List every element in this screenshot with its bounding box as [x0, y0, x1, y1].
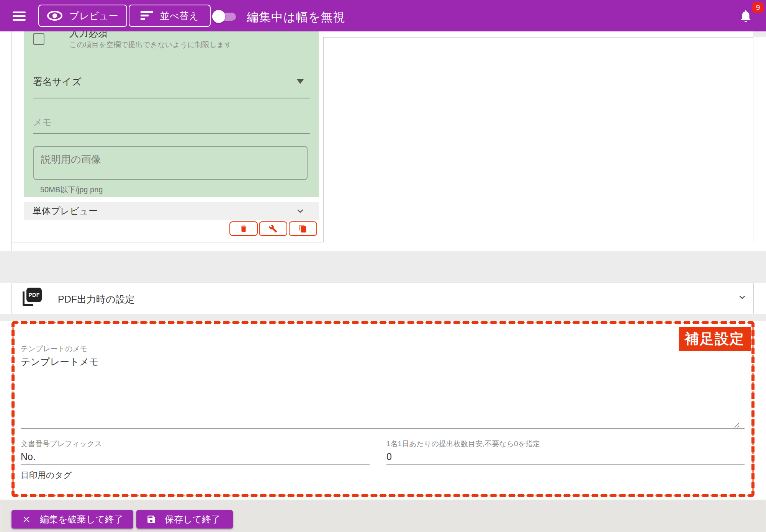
memo-input[interactable]: メモ [33, 116, 52, 128]
save-and-exit-button[interactable]: 保存して終了 [136, 510, 233, 529]
sort-button[interactable]: 並べ替え [129, 5, 211, 27]
duplicate-field-button[interactable] [289, 221, 317, 236]
menu-icon[interactable] [13, 11, 26, 21]
sort-label: 並べ替え [160, 10, 198, 22]
image-hint: 50MB以下/jpg png [40, 185, 103, 195]
underline [21, 428, 745, 429]
signature-size-select[interactable]: 署名サイズ [24, 74, 319, 100]
divider [12, 242, 323, 242]
preview-pane [323, 37, 753, 242]
template-editor-page: 入力必須 この項目を空欄で提出できないように制限します 署名サイズ メモ 説明用… [0, 0, 766, 532]
wrench-icon [269, 224, 277, 233]
single-preview-label: 単体プレビュー [33, 205, 98, 217]
daily-quota-label: 1名1日あたりの提出枚数目安,不要なら0を指定 [386, 439, 540, 449]
daily-quota-input[interactable]: 0 [386, 451, 392, 462]
supplement-badge: 補足設定 [679, 327, 751, 351]
signature-size-label: 署名サイズ [33, 75, 82, 88]
supplement-settings-section: 補足設定 テンプレートのメモ テンプレートメモ 文書番号プレフィックス No. … [11, 321, 755, 497]
sort-icon [141, 11, 153, 20]
description-image-upload[interactable]: 説明用の画像 [33, 146, 308, 180]
chevron-down-icon [295, 205, 306, 217]
chevron-down-icon [737, 291, 748, 303]
underline [33, 98, 310, 98]
underline [21, 464, 370, 465]
ignore-width-toggle[interactable] [212, 10, 236, 23]
delete-field-button[interactable] [229, 221, 258, 236]
ignore-width-toggle-label: 編集中は幅を無視 [247, 9, 345, 25]
save-icon [146, 514, 156, 524]
resize-grip[interactable] [733, 421, 739, 427]
eye-icon [47, 11, 62, 21]
app-bar: プレビュー 並べ替え 編集中は幅を無視 9 [0, 0, 766, 31]
field-editor-card: 入力必須 この項目を空欄で提出できないように制限します 署名サイズ メモ 説明用… [11, 31, 753, 251]
gutter-2 [0, 314, 766, 321]
save-label: 保存して終了 [165, 513, 220, 525]
trash-icon [239, 224, 248, 233]
notification-bell-icon[interactable] [738, 8, 753, 24]
field-settings-panel: 入力必須 この項目を空欄で提出できないように制限します 署名サイズ メモ 説明用… [24, 31, 319, 197]
discard-and-exit-button[interactable]: 編集を破棄して終了 [11, 510, 133, 529]
underline [386, 464, 745, 465]
preview-label: プレビュー [69, 10, 118, 22]
required-description: この項目を空欄で提出できないように制限します [69, 40, 232, 50]
template-memo-textarea[interactable]: テンプレートメモ [21, 355, 99, 368]
copy-icon [299, 224, 307, 233]
pdf-settings-card[interactable]: PDF PDF出力時の設定 [11, 283, 754, 314]
footer-bar: 編集を破棄して終了 保存して終了 [0, 499, 766, 532]
required-checkbox[interactable] [33, 33, 44, 45]
discard-label: 編集を破棄して終了 [40, 513, 123, 525]
notification-count-badge: 9 [752, 2, 764, 13]
pdf-settings-title: PDF出力時の設定 [58, 293, 135, 306]
underline [33, 133, 310, 134]
configure-field-button[interactable] [259, 221, 287, 236]
image-placeholder: 説明用の画像 [41, 153, 101, 166]
single-preview-header[interactable]: 単体プレビュー [24, 202, 319, 220]
preview-button[interactable]: プレビュー [38, 5, 127, 27]
dropdown-caret-icon [297, 79, 304, 84]
template-memo-label: テンプレートのメモ [21, 344, 88, 354]
doc-prefix-input[interactable]: No. [21, 451, 36, 462]
pdf-icon: PDF [23, 288, 42, 308]
close-icon [21, 514, 31, 524]
tag-input[interactable]: 目印用のタグ [21, 470, 72, 481]
gutter-1 [0, 251, 766, 283]
doc-prefix-label: 文書番号プレフィックス [21, 439, 102, 449]
